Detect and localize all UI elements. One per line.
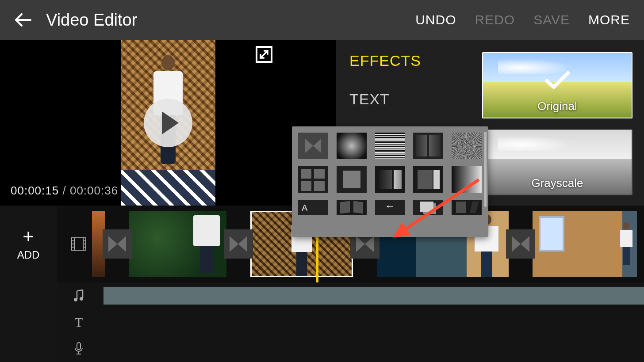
transition-cube[interactable]	[375, 166, 405, 193]
total-time: 00:00:36	[70, 184, 118, 197]
redo-button[interactable]: REDO	[475, 12, 515, 27]
expand-icon	[259, 49, 269, 60]
transition-hinge[interactable]	[337, 200, 367, 215]
top-bar: Video Editor UNDO REDO SAVE MORE	[0, 0, 644, 40]
plus-icon: +	[23, 227, 34, 246]
back-button[interactable]	[14, 11, 32, 29]
transition-morph[interactable]	[452, 200, 482, 215]
transitions-popup: A	[292, 126, 488, 237]
transition-horizontal-lines[interactable]	[375, 133, 405, 159]
popup-scrollbar[interactable]	[484, 132, 487, 207]
transition-button-2[interactable]	[224, 229, 253, 259]
text-track[interactable]: T	[57, 309, 644, 335]
audio-track[interactable]	[57, 282, 644, 309]
transition-gradient-wipe[interactable]	[452, 166, 482, 193]
transition-square-in[interactable]	[337, 166, 367, 193]
transition-fold[interactable]	[413, 133, 443, 159]
svg-point-9	[74, 298, 77, 301]
transition-radial-fade[interactable]	[337, 133, 367, 159]
clip-2[interactable]	[129, 211, 226, 277]
transition-grid-4[interactable]	[298, 166, 328, 193]
effects-list[interactable]: Original Grayscale	[482, 52, 644, 206]
preview-pane: 00:00:15 / 00:00:36	[0, 40, 336, 206]
transition-stack[interactable]	[413, 200, 443, 215]
transition-text-a[interactable]: A	[298, 200, 328, 215]
voice-track[interactable]	[57, 335, 644, 362]
undo-button[interactable]: UNDO	[415, 12, 456, 27]
time-separator: /	[62, 184, 66, 197]
music-icon	[65, 289, 92, 302]
effect-grayscale[interactable]: Grayscale	[482, 129, 632, 195]
transition-box-3d[interactable]	[413, 166, 443, 193]
tab-text[interactable]: TEXT	[349, 91, 473, 108]
page-title: Video Editor	[46, 11, 137, 30]
transition-arrow-left[interactable]	[375, 200, 405, 215]
audio-clip[interactable]	[104, 287, 644, 305]
arrow-left-icon	[15, 13, 31, 27]
tab-effects[interactable]: EFFECTS	[349, 52, 473, 69]
transition-noise[interactable]	[452, 133, 482, 159]
text-icon: T	[65, 315, 92, 330]
current-time: 00:00:15	[11, 184, 59, 197]
film-icon	[65, 237, 92, 251]
more-button[interactable]: MORE	[588, 12, 630, 27]
add-label: ADD	[17, 249, 40, 261]
transition-button-1[interactable]	[103, 229, 132, 259]
timecode: 00:00:15 / 00:00:36	[11, 184, 118, 198]
mic-icon	[65, 342, 92, 356]
transition-bowtie[interactable]	[298, 133, 328, 159]
svg-rect-11	[77, 343, 80, 350]
transitions-grid: A	[298, 133, 482, 215]
effect-original[interactable]: Original	[482, 52, 632, 118]
top-actions: UNDO REDO SAVE MORE	[415, 12, 630, 27]
clip-5[interactable]	[533, 211, 637, 277]
fullscreen-button[interactable]	[256, 46, 272, 63]
play-button[interactable]	[144, 99, 192, 147]
effect-label: Grayscale	[483, 176, 632, 190]
timeline-left-rail: + ADD	[0, 206, 57, 362]
check-icon	[545, 70, 570, 90]
save-button[interactable]: SAVE	[533, 12, 570, 27]
add-media-button[interactable]: + ADD	[17, 206, 40, 282]
transition-button-4[interactable]	[506, 229, 535, 259]
effect-label: Original	[483, 99, 632, 113]
svg-point-10	[80, 297, 83, 301]
